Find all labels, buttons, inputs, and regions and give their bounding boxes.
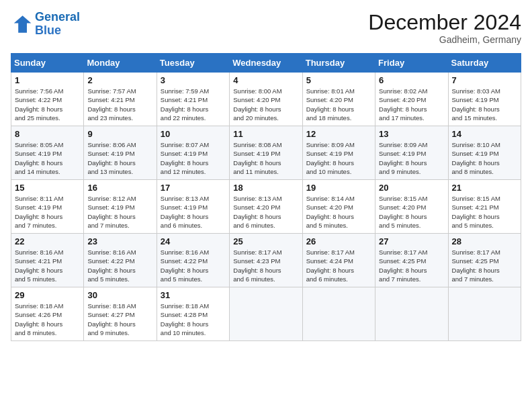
calendar-cell: 19Sunrise: 8:14 AM Sunset: 4:20 PM Dayli… [302, 180, 375, 234]
location: Gadheim, Germany [368, 34, 521, 45]
title-block: December 2024 Gadheim, Germany [368, 11, 521, 45]
day-number: 22 [15, 236, 80, 246]
day-info: Sunrise: 8:16 AM Sunset: 4:22 PM Dayligh… [161, 248, 226, 283]
day-info: Sunrise: 8:01 AM Sunset: 4:20 PM Dayligh… [306, 87, 371, 122]
day-number: 5 [306, 75, 371, 85]
calendar-cell: 23Sunrise: 8:16 AM Sunset: 4:22 PM Dayli… [84, 234, 157, 287]
day-number: 21 [452, 183, 517, 193]
day-info: Sunrise: 8:18 AM Sunset: 4:26 PM Dayligh… [15, 302, 80, 337]
day-number: 14 [452, 129, 517, 139]
logo-line1: General [35, 10, 80, 24]
calendar-cell: 20Sunrise: 8:15 AM Sunset: 4:20 PM Dayli… [375, 180, 448, 234]
day-header-tuesday: Tuesday [157, 54, 229, 73]
calendar-cell: 28Sunrise: 8:17 AM Sunset: 4:25 PM Dayli… [448, 234, 521, 287]
day-number: 20 [379, 183, 444, 193]
day-info: Sunrise: 8:16 AM Sunset: 4:21 PM Dayligh… [15, 248, 80, 283]
day-info: Sunrise: 8:16 AM Sunset: 4:22 PM Dayligh… [87, 248, 152, 283]
day-header-thursday: Thursday [302, 54, 375, 73]
day-number: 6 [379, 75, 444, 85]
month-title: December 2024 [368, 11, 521, 34]
calendar-cell: 29Sunrise: 8:18 AM Sunset: 4:26 PM Dayli… [11, 287, 84, 341]
calendar-cell: 1Sunrise: 7:56 AM Sunset: 4:22 PM Daylig… [11, 73, 84, 126]
calendar-table: SundayMondayTuesdayWednesdayThursdayFrid… [11, 53, 521, 341]
calendar-cell: 30Sunrise: 8:18 AM Sunset: 4:27 PM Dayli… [84, 287, 157, 341]
calendar-cell: 24Sunrise: 8:16 AM Sunset: 4:22 PM Dayli… [157, 234, 229, 287]
day-info: Sunrise: 8:03 AM Sunset: 4:19 PM Dayligh… [452, 87, 517, 122]
day-number: 17 [161, 183, 226, 193]
calendar-cell: 25Sunrise: 8:17 AM Sunset: 4:23 PM Dayli… [230, 234, 302, 287]
day-header-wednesday: Wednesday [230, 54, 302, 73]
day-header-friday: Friday [375, 54, 448, 73]
calendar-cell: 5Sunrise: 8:01 AM Sunset: 4:20 PM Daylig… [302, 73, 375, 126]
day-info: Sunrise: 8:06 AM Sunset: 4:19 PM Dayligh… [87, 140, 152, 176]
day-number: 25 [233, 236, 298, 246]
day-info: Sunrise: 8:17 AM Sunset: 4:25 PM Dayligh… [452, 248, 517, 283]
day-info: Sunrise: 8:05 AM Sunset: 4:19 PM Dayligh… [15, 140, 80, 176]
calendar-cell: 14Sunrise: 8:10 AM Sunset: 4:19 PM Dayli… [448, 126, 521, 180]
calendar-cell: 4Sunrise: 8:00 AM Sunset: 4:20 PM Daylig… [230, 73, 302, 126]
calendar-cell: 22Sunrise: 8:16 AM Sunset: 4:21 PM Dayli… [11, 234, 84, 287]
day-info: Sunrise: 8:17 AM Sunset: 4:23 PM Dayligh… [233, 248, 298, 283]
calendar-cell: 10Sunrise: 8:07 AM Sunset: 4:19 PM Dayli… [157, 126, 229, 180]
calendar-cell: 27Sunrise: 8:17 AM Sunset: 4:25 PM Dayli… [375, 234, 448, 287]
day-number: 3 [161, 75, 226, 85]
calendar-cell: 26Sunrise: 8:17 AM Sunset: 4:24 PM Dayli… [302, 234, 375, 287]
day-number: 11 [233, 129, 298, 139]
logo-text: General Blue [35, 11, 80, 38]
calendar-cell: 21Sunrise: 8:15 AM Sunset: 4:21 PM Dayli… [448, 180, 521, 234]
day-number: 27 [379, 236, 444, 246]
day-number: 31 [161, 290, 226, 300]
day-header-monday: Monday [84, 54, 157, 73]
day-info: Sunrise: 8:08 AM Sunset: 4:19 PM Dayligh… [233, 140, 298, 176]
logo-icon [11, 13, 32, 35]
day-number: 23 [87, 236, 152, 246]
day-number: 28 [452, 236, 517, 246]
calendar-cell: 13Sunrise: 8:09 AM Sunset: 4:19 PM Dayli… [375, 126, 448, 180]
day-info: Sunrise: 8:18 AM Sunset: 4:27 PM Dayligh… [87, 302, 152, 337]
day-info: Sunrise: 8:10 AM Sunset: 4:19 PM Dayligh… [452, 140, 517, 176]
day-info: Sunrise: 8:11 AM Sunset: 4:19 PM Dayligh… [15, 194, 80, 230]
day-info: Sunrise: 8:09 AM Sunset: 4:19 PM Dayligh… [306, 140, 371, 176]
calendar-cell: 6Sunrise: 8:02 AM Sunset: 4:20 PM Daylig… [375, 73, 448, 126]
calendar-cell [302, 287, 375, 341]
calendar-week-row: 29Sunrise: 8:18 AM Sunset: 4:26 PM Dayli… [11, 287, 521, 341]
day-info: Sunrise: 8:02 AM Sunset: 4:20 PM Dayligh… [379, 87, 444, 122]
calendar-cell: 11Sunrise: 8:08 AM Sunset: 4:19 PM Dayli… [230, 126, 302, 180]
day-number: 29 [15, 290, 80, 300]
day-number: 4 [233, 75, 298, 85]
day-number: 9 [87, 129, 152, 139]
calendar-week-row: 15Sunrise: 8:11 AM Sunset: 4:19 PM Dayli… [11, 180, 521, 234]
day-info: Sunrise: 8:15 AM Sunset: 4:20 PM Dayligh… [379, 194, 444, 230]
day-number: 10 [161, 129, 226, 139]
day-number: 15 [15, 183, 80, 193]
day-number: 8 [15, 129, 80, 139]
day-number: 19 [306, 183, 371, 193]
calendar-week-row: 22Sunrise: 8:16 AM Sunset: 4:21 PM Dayli… [11, 234, 521, 287]
day-header-sunday: Sunday [11, 54, 84, 73]
calendar-body: 1Sunrise: 7:56 AM Sunset: 4:22 PM Daylig… [11, 73, 521, 341]
calendar-cell: 2Sunrise: 7:57 AM Sunset: 4:21 PM Daylig… [84, 73, 157, 126]
calendar-cell: 7Sunrise: 8:03 AM Sunset: 4:19 PM Daylig… [448, 73, 521, 126]
day-info: Sunrise: 8:13 AM Sunset: 4:19 PM Dayligh… [161, 194, 226, 230]
calendar-cell [375, 287, 448, 341]
calendar-cell [230, 287, 302, 341]
day-info: Sunrise: 8:12 AM Sunset: 4:19 PM Dayligh… [87, 194, 152, 230]
calendar-cell: 18Sunrise: 8:13 AM Sunset: 4:20 PM Dayli… [230, 180, 302, 234]
day-number: 2 [87, 75, 152, 85]
calendar-header-row: SundayMondayTuesdayWednesdayThursdayFrid… [11, 54, 521, 73]
calendar-cell: 12Sunrise: 8:09 AM Sunset: 4:19 PM Dayli… [302, 126, 375, 180]
calendar-cell: 16Sunrise: 8:12 AM Sunset: 4:19 PM Dayli… [84, 180, 157, 234]
logo-line2: Blue [35, 24, 61, 37]
day-info: Sunrise: 7:56 AM Sunset: 4:22 PM Dayligh… [15, 87, 80, 122]
day-number: 12 [306, 129, 371, 139]
day-info: Sunrise: 8:14 AM Sunset: 4:20 PM Dayligh… [306, 194, 371, 230]
day-number: 18 [233, 183, 298, 193]
day-info: Sunrise: 8:17 AM Sunset: 4:24 PM Dayligh… [306, 248, 371, 283]
day-info: Sunrise: 7:57 AM Sunset: 4:21 PM Dayligh… [87, 87, 152, 122]
day-number: 13 [379, 129, 444, 139]
day-number: 24 [161, 236, 226, 246]
page-header: General Blue December 2024 Gadheim, Germ… [11, 11, 521, 45]
day-info: Sunrise: 8:09 AM Sunset: 4:19 PM Dayligh… [379, 140, 444, 176]
day-info: Sunrise: 8:13 AM Sunset: 4:20 PM Dayligh… [233, 194, 298, 230]
day-info: Sunrise: 7:59 AM Sunset: 4:21 PM Dayligh… [161, 87, 226, 122]
